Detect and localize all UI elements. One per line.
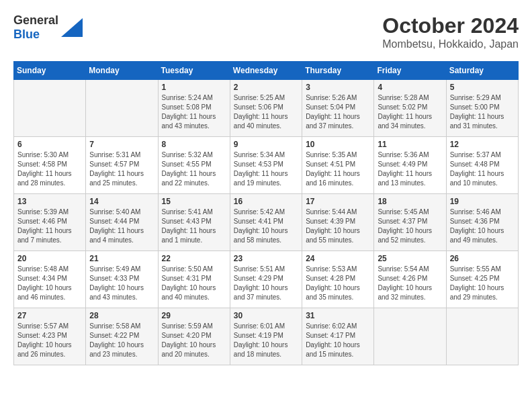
calendar-cell: 10Sunrise: 5:35 AM Sunset: 4:51 PM Dayli…: [302, 137, 374, 194]
day-info: Sunrise: 5:59 AM Sunset: 4:20 PM Dayligh…: [162, 322, 226, 359]
col-header-sunday: Sunday: [14, 62, 86, 80]
day-info: Sunrise: 5:53 AM Sunset: 4:28 PM Dayligh…: [306, 265, 370, 302]
calendar-cell: 28Sunrise: 5:58 AM Sunset: 4:22 PM Dayli…: [86, 308, 158, 365]
calendar-cell: 30Sunrise: 6:01 AM Sunset: 4:19 PM Dayli…: [230, 308, 302, 365]
calendar-cell: 20Sunrise: 5:48 AM Sunset: 4:34 PM Dayli…: [14, 251, 86, 308]
calendar-cell: 18Sunrise: 5:45 AM Sunset: 4:37 PM Dayli…: [374, 194, 446, 251]
calendar-cell: 19Sunrise: 5:46 AM Sunset: 4:36 PM Dayli…: [446, 194, 518, 251]
day-number: 25: [378, 254, 442, 263]
calendar-cell: 14Sunrise: 5:40 AM Sunset: 4:44 PM Dayli…: [86, 194, 158, 251]
day-number: 17: [306, 197, 370, 206]
calendar-cell: 1Sunrise: 5:24 AM Sunset: 5:08 PM Daylig…: [158, 80, 230, 137]
day-info: Sunrise: 5:48 AM Sunset: 4:34 PM Dayligh…: [17, 265, 82, 302]
week-row-3: 13Sunrise: 5:39 AM Sunset: 4:46 PM Dayli…: [14, 194, 519, 251]
day-info: Sunrise: 5:55 AM Sunset: 4:25 PM Dayligh…: [450, 265, 515, 302]
day-number: 18: [378, 197, 442, 206]
calendar-cell: 4Sunrise: 5:28 AM Sunset: 5:02 PM Daylig…: [374, 80, 446, 137]
calendar-cell: 25Sunrise: 5:54 AM Sunset: 4:26 PM Dayli…: [374, 251, 446, 308]
logo-blue: Blue: [13, 28, 40, 41]
day-number: 14: [89, 197, 154, 206]
week-row-4: 20Sunrise: 5:48 AM Sunset: 4:34 PM Dayli…: [14, 251, 519, 308]
col-header-saturday: Saturday: [446, 62, 518, 80]
calendar-cell: 23Sunrise: 5:51 AM Sunset: 4:29 PM Dayli…: [230, 251, 302, 308]
calendar-cell: 22Sunrise: 5:50 AM Sunset: 4:31 PM Dayli…: [158, 251, 230, 308]
day-number: 30: [234, 311, 298, 320]
day-info: Sunrise: 5:37 AM Sunset: 4:48 PM Dayligh…: [450, 150, 515, 188]
calendar-cell: 8Sunrise: 5:32 AM Sunset: 4:55 PM Daylig…: [158, 137, 230, 194]
day-info: Sunrise: 5:49 AM Sunset: 4:33 PM Dayligh…: [89, 265, 154, 302]
day-info: Sunrise: 5:28 AM Sunset: 5:02 PM Dayligh…: [378, 93, 442, 131]
col-header-friday: Friday: [374, 62, 446, 80]
day-info: Sunrise: 5:30 AM Sunset: 4:58 PM Dayligh…: [17, 150, 82, 188]
day-number: 16: [234, 197, 298, 206]
day-number: 22: [162, 254, 226, 263]
calendar-cell: 11Sunrise: 5:36 AM Sunset: 4:49 PM Dayli…: [374, 137, 446, 194]
month-title: October 2024: [382, 13, 519, 38]
day-info: Sunrise: 5:29 AM Sunset: 5:00 PM Dayligh…: [450, 93, 515, 131]
day-number: 13: [17, 197, 82, 206]
day-number: 1: [162, 83, 226, 92]
calendar-cell: 31Sunrise: 6:02 AM Sunset: 4:17 PM Dayli…: [302, 308, 374, 365]
day-info: Sunrise: 5:50 AM Sunset: 4:31 PM Dayligh…: [162, 265, 226, 302]
day-number: 2: [234, 83, 298, 92]
day-info: Sunrise: 5:39 AM Sunset: 4:46 PM Dayligh…: [17, 208, 82, 245]
col-header-wednesday: Wednesday: [230, 62, 302, 80]
day-number: 24: [306, 254, 370, 263]
calendar-cell: 24Sunrise: 5:53 AM Sunset: 4:28 PM Dayli…: [302, 251, 374, 308]
day-number: 5: [450, 83, 515, 92]
day-info: Sunrise: 5:42 AM Sunset: 4:41 PM Dayligh…: [234, 208, 298, 245]
day-info: Sunrise: 5:54 AM Sunset: 4:26 PM Dayligh…: [378, 265, 442, 302]
col-header-thursday: Thursday: [302, 62, 374, 80]
day-info: Sunrise: 6:02 AM Sunset: 4:17 PM Dayligh…: [306, 322, 370, 359]
day-number: 23: [234, 254, 298, 263]
day-number: 12: [450, 140, 515, 149]
week-row-2: 6Sunrise: 5:30 AM Sunset: 4:58 PM Daylig…: [14, 137, 519, 194]
day-number: 7: [89, 140, 154, 149]
week-row-1: 1Sunrise: 5:24 AM Sunset: 5:08 PM Daylig…: [14, 80, 519, 137]
day-number: 3: [306, 83, 370, 92]
day-info: Sunrise: 5:32 AM Sunset: 4:55 PM Dayligh…: [162, 150, 226, 188]
day-number: 19: [450, 197, 515, 206]
day-number: 28: [89, 311, 154, 320]
calendar-cell: 27Sunrise: 5:57 AM Sunset: 4:23 PM Dayli…: [14, 308, 86, 365]
col-header-tuesday: Tuesday: [158, 62, 230, 80]
calendar-cell: 7Sunrise: 5:31 AM Sunset: 4:57 PM Daylig…: [86, 137, 158, 194]
calendar-cell: 15Sunrise: 5:41 AM Sunset: 4:43 PM Dayli…: [158, 194, 230, 251]
day-number: 27: [17, 311, 82, 320]
calendar-cell: 12Sunrise: 5:37 AM Sunset: 4:48 PM Dayli…: [446, 137, 518, 194]
calendar-cell: 29Sunrise: 5:59 AM Sunset: 4:20 PM Dayli…: [158, 308, 230, 365]
calendar-cell: 26Sunrise: 5:55 AM Sunset: 4:25 PM Dayli…: [446, 251, 518, 308]
day-info: Sunrise: 5:57 AM Sunset: 4:23 PM Dayligh…: [17, 322, 82, 359]
calendar-cell: 9Sunrise: 5:34 AM Sunset: 4:53 PM Daylig…: [230, 137, 302, 194]
day-info: Sunrise: 6:01 AM Sunset: 4:19 PM Dayligh…: [234, 322, 298, 359]
location-title: Mombetsu, Hokkaido, Japan: [382, 38, 519, 50]
day-number: 4: [378, 83, 442, 92]
day-info: Sunrise: 5:35 AM Sunset: 4:51 PM Dayligh…: [306, 150, 370, 188]
day-info: Sunrise: 5:45 AM Sunset: 4:37 PM Dayligh…: [378, 208, 442, 245]
page-header: General Blue October 2024 Mombetsu, Hokk…: [13, 13, 519, 50]
calendar-cell: 21Sunrise: 5:49 AM Sunset: 4:33 PM Dayli…: [86, 251, 158, 308]
calendar-cell: 3Sunrise: 5:26 AM Sunset: 5:04 PM Daylig…: [302, 80, 374, 137]
day-info: Sunrise: 5:34 AM Sunset: 4:53 PM Dayligh…: [234, 150, 298, 188]
calendar-cell: [14, 80, 86, 137]
day-number: 11: [378, 140, 442, 149]
title-block: October 2024 Mombetsu, Hokkaido, Japan: [382, 13, 519, 50]
day-number: 26: [450, 254, 515, 263]
calendar-cell: 16Sunrise: 5:42 AM Sunset: 4:41 PM Dayli…: [230, 194, 302, 251]
calendar-table: SundayMondayTuesdayWednesdayThursdayFrid…: [13, 61, 519, 365]
header-row: SundayMondayTuesdayWednesdayThursdayFrid…: [14, 62, 519, 80]
day-number: 6: [17, 140, 82, 149]
day-number: 20: [17, 254, 82, 263]
calendar-cell: 13Sunrise: 5:39 AM Sunset: 4:46 PM Dayli…: [14, 194, 86, 251]
day-number: 15: [162, 197, 226, 206]
day-number: 10: [306, 140, 370, 149]
calendar-cell: [446, 308, 518, 365]
svg-marker-0: [61, 18, 83, 37]
day-info: Sunrise: 5:44 AM Sunset: 4:39 PM Dayligh…: [306, 208, 370, 245]
day-info: Sunrise: 5:31 AM Sunset: 4:57 PM Dayligh…: [89, 150, 154, 188]
day-info: Sunrise: 5:24 AM Sunset: 5:08 PM Dayligh…: [162, 93, 226, 131]
day-number: 29: [162, 311, 226, 320]
logo-text: General Blue: [13, 13, 58, 42]
calendar-cell: 2Sunrise: 5:25 AM Sunset: 5:06 PM Daylig…: [230, 80, 302, 137]
logo-icon: [61, 18, 83, 37]
